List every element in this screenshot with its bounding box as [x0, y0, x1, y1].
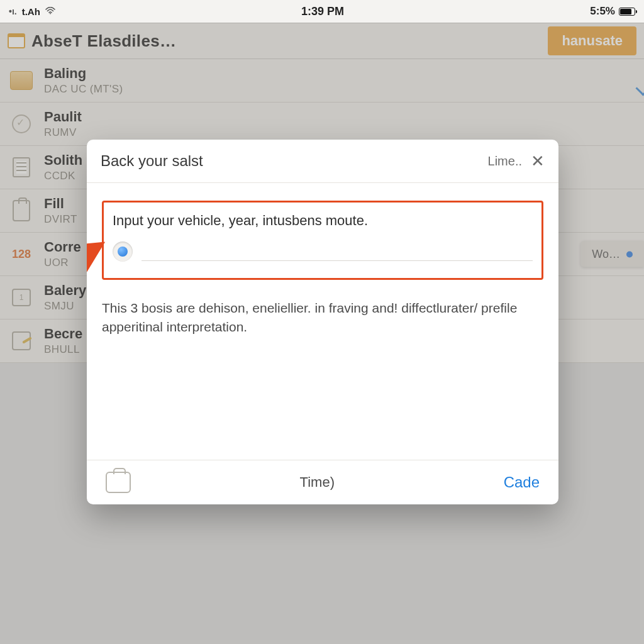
number-badge-icon: 128 [12, 248, 31, 261]
bag-icon[interactable] [106, 472, 131, 493]
modal-explanation-text: This 3 bosis are dehison, eneliellier. i… [102, 299, 543, 337]
wifi-icon [45, 6, 55, 16]
battery-percent: 5:5% [590, 5, 615, 18]
blue-dot-icon [626, 251, 633, 257]
signal-icon: •ı. [9, 6, 17, 16]
close-icon[interactable]: ✕ [531, 153, 545, 169]
primary-cta-button[interactable]: hanusate [548, 26, 636, 55]
app-header: AbseT Elasdiles… hanusate [0, 23, 644, 59]
modal-body: Input your vehicle, year, intusbens mout… [87, 183, 558, 460]
modal-title: Back your salst [101, 152, 203, 170]
clipboard-icon [13, 200, 30, 221]
modal-secondary-link[interactable]: Lime.. [488, 154, 522, 169]
clock: 1:39 PM [301, 5, 344, 18]
modal-header: Back your salst Lime.. ✕ [87, 140, 558, 183]
battery-icon [619, 8, 635, 16]
list-item[interactable]: Baling DAC Uc (MT'S) [0, 59, 644, 103]
footer-cade-button[interactable]: Cade [504, 474, 540, 491]
calendar-icon: 1 [12, 289, 31, 306]
item-subtitle: DAC Uc (MT'S) [44, 83, 625, 96]
clock-check-icon [12, 114, 31, 133]
footer-time-button[interactable]: Time) [131, 474, 504, 491]
vehicle-input[interactable] [142, 242, 533, 261]
item-title: Baling [44, 65, 625, 82]
modal-dialog: Back your salst Lime.. ✕ Input your vehi… [87, 140, 558, 504]
note-pencil-icon [12, 331, 31, 350]
input-prompt: Input your vehicle, year, intusbens mout… [113, 213, 533, 229]
calendar-day: 1 [19, 293, 24, 302]
svg-point-0 [50, 13, 51, 14]
document-icon [13, 157, 30, 177]
item-subtitle: Rumv [44, 126, 625, 139]
package-icon [10, 71, 33, 90]
radio-indicator-icon[interactable] [113, 242, 133, 262]
page-title: AbseT Elasdiles… [31, 31, 176, 51]
status-bar: •ı. t.Ah 1:39 PM 5:5% [0, 0, 644, 23]
modal-footer: Time) Cade [87, 460, 558, 504]
side-pill-label: Wo… [592, 248, 620, 261]
side-pill[interactable]: Wo… [580, 242, 644, 267]
highlighted-input-area: Input your vehicle, year, intusbens mout… [102, 201, 543, 280]
item-title: Paulit [44, 109, 625, 125]
carrier-label: t.Ah [22, 6, 40, 17]
briefcase-icon [8, 33, 25, 48]
